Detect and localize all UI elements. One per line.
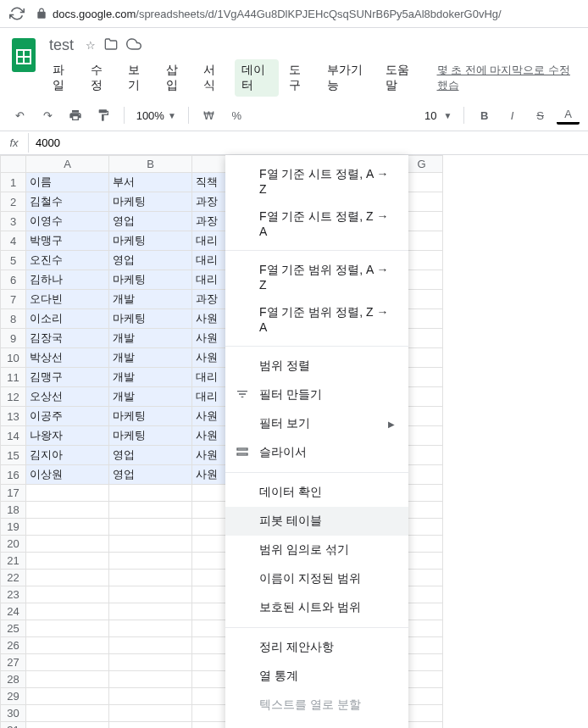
row-header[interactable]: 16 xyxy=(1,465,26,485)
last-edit-link[interactable]: 몇 초 전에 마지막으로 수정했습 xyxy=(430,59,580,97)
row-header[interactable]: 21 xyxy=(1,553,26,570)
cell[interactable]: 개발 xyxy=(109,329,192,348)
star-icon[interactable]: ☆ xyxy=(86,39,96,52)
row-header[interactable]: 30 xyxy=(1,705,26,722)
strike-button[interactable]: S xyxy=(529,103,552,127)
cell[interactable] xyxy=(109,536,192,553)
cell[interactable] xyxy=(26,620,109,637)
menu-remove-dup[interactable]: 중복 항목 삭제 xyxy=(225,720,408,728)
font-size-select[interactable]: 10▼ xyxy=(421,109,455,122)
cell[interactable] xyxy=(109,603,192,620)
cell[interactable] xyxy=(26,519,109,536)
cell[interactable] xyxy=(26,586,109,603)
row-header[interactable]: 25 xyxy=(1,620,26,637)
cell[interactable]: 이영수 xyxy=(26,212,109,231)
menu-sort-range-az[interactable]: F열 기준 범위 정렬, A → Z xyxy=(225,256,408,298)
row-header[interactable]: 24 xyxy=(1,603,26,620)
cell[interactable] xyxy=(26,553,109,570)
currency-button[interactable]: ₩ xyxy=(197,103,220,127)
menu-insert[interactable]: 삽입 xyxy=(159,59,194,97)
select-all-corner[interactable] xyxy=(1,156,26,173)
cell[interactable] xyxy=(109,620,192,637)
redo-button[interactable]: ↷ xyxy=(36,103,59,127)
row-header[interactable]: 26 xyxy=(1,637,26,654)
row-header[interactable]: 1 xyxy=(1,173,26,192)
row-header[interactable]: 5 xyxy=(1,251,26,270)
doc-title[interactable]: test xyxy=(46,35,77,56)
menu-addons[interactable]: 부가기능 xyxy=(320,59,375,97)
cell[interactable]: 나왕자 xyxy=(26,426,109,446)
cell[interactable]: 오상선 xyxy=(26,387,109,407)
row-header[interactable]: 9 xyxy=(1,329,26,348)
menu-randomize[interactable]: 범위 임의로 섞기 xyxy=(225,536,408,564)
reload-button[interactable] xyxy=(8,5,25,22)
cell[interactable]: 영업 xyxy=(109,446,192,465)
cell[interactable] xyxy=(26,705,109,722)
cell[interactable] xyxy=(26,536,109,553)
text-color-button[interactable]: A xyxy=(557,106,580,125)
cell[interactable]: 개발 xyxy=(109,290,192,309)
cell[interactable] xyxy=(109,671,192,688)
cell[interactable]: 부서 xyxy=(109,173,192,192)
row-header[interactable]: 17 xyxy=(1,485,26,502)
cell[interactable]: 이공주 xyxy=(26,407,109,426)
cell[interactable] xyxy=(26,485,109,502)
cell[interactable]: 김철수 xyxy=(26,192,109,212)
cell[interactable] xyxy=(26,637,109,654)
menu-file[interactable]: 파일 xyxy=(46,59,80,97)
cell[interactable] xyxy=(26,570,109,586)
menu-sort-sheet-za[interactable]: F열 기준 시트 정렬, Z → A xyxy=(225,203,408,245)
menu-sort-sheet-az[interactable]: F열 기준 시트 정렬, A → Z xyxy=(225,160,408,203)
row-header[interactable]: 15 xyxy=(1,446,26,465)
print-button[interactable] xyxy=(64,103,87,127)
menu-data-validation[interactable]: 데이터 확인 xyxy=(225,478,408,507)
menu-view[interactable]: 보기 xyxy=(121,59,156,97)
row-header[interactable]: 22 xyxy=(1,570,26,586)
italic-button[interactable]: I xyxy=(501,103,524,127)
move-icon[interactable] xyxy=(104,37,118,53)
zoom-select[interactable]: 100%▼ xyxy=(133,109,180,122)
cell[interactable] xyxy=(26,502,109,519)
cell[interactable] xyxy=(109,570,192,586)
cell[interactable]: 박상선 xyxy=(26,348,109,368)
cell[interactable]: 영업 xyxy=(109,212,192,231)
cell[interactable]: 개발 xyxy=(109,348,192,368)
menu-sort-range-za[interactable]: F열 기준 범위 정렬, Z → A xyxy=(225,298,408,341)
row-header[interactable]: 18 xyxy=(1,502,26,519)
sheets-logo[interactable] xyxy=(8,35,39,75)
menu-filter-views[interactable]: 필터 보기▶ xyxy=(225,409,408,438)
cloud-icon[interactable] xyxy=(126,36,141,54)
row-header[interactable]: 6 xyxy=(1,270,26,290)
menu-edit[interactable]: 수정 xyxy=(84,59,119,97)
cell[interactable]: 김하나 xyxy=(26,270,109,290)
cell[interactable]: 오진수 xyxy=(26,251,109,270)
row-header[interactable]: 23 xyxy=(1,586,26,603)
bold-button[interactable]: B xyxy=(473,103,496,127)
cell[interactable] xyxy=(109,722,192,729)
cell[interactable]: 마케팅 xyxy=(109,407,192,426)
row-header[interactable]: 31 xyxy=(1,722,26,729)
cell[interactable] xyxy=(109,705,192,722)
cell[interactable]: 오다빈 xyxy=(26,290,109,309)
cell[interactable]: 마케팅 xyxy=(109,426,192,446)
cell[interactable] xyxy=(109,637,192,654)
cell[interactable]: 이상원 xyxy=(26,465,109,485)
row-header[interactable]: 28 xyxy=(1,671,26,688)
row-header[interactable]: 10 xyxy=(1,348,26,368)
cell[interactable]: 개발 xyxy=(109,368,192,387)
cell[interactable]: 마케팅 xyxy=(109,192,192,212)
row-header[interactable]: 2 xyxy=(1,192,26,212)
menu-data[interactable]: 데이터 xyxy=(235,59,280,97)
cell[interactable] xyxy=(109,485,192,502)
row-header[interactable]: 12 xyxy=(1,387,26,407)
menu-cleanup[interactable]: 정리 제안사항 xyxy=(225,633,408,662)
cell[interactable] xyxy=(26,603,109,620)
row-header[interactable]: 3 xyxy=(1,212,26,231)
cell[interactable]: 영업 xyxy=(109,251,192,270)
cell[interactable]: 박맹구 xyxy=(26,231,109,251)
menu-named-ranges[interactable]: 이름이 지정된 범위 xyxy=(225,564,408,593)
menu-create-filter[interactable]: 필터 만들기 xyxy=(225,381,408,409)
url-bar[interactable]: docs.google.com/spreadsheets/d/1VgA44Gu8… xyxy=(36,8,580,20)
formula-input[interactable] xyxy=(29,133,588,153)
cell[interactable]: 김장국 xyxy=(26,329,109,348)
